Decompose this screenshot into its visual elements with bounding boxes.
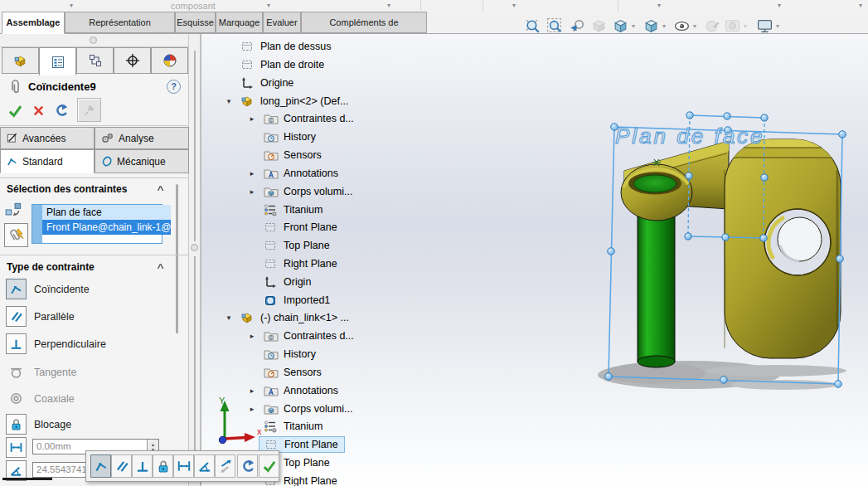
dropdown-icon[interactable]: ▾	[744, 22, 747, 30]
panel-scrollbar[interactable]	[176, 184, 178, 333]
hide-show-items-icon[interactable]: ▾	[673, 15, 696, 36]
perpendicular-icon[interactable]	[6, 333, 27, 354]
appearances-tab[interactable]	[151, 47, 188, 74]
tree-item[interactable]: Sensors	[245, 363, 322, 381]
dropdown-icon[interactable]: ▾	[776, 22, 779, 30]
expand-arrow-icon[interactable]: ▸	[245, 169, 259, 177]
undo-button[interactable]	[51, 100, 71, 120]
selections-group-header[interactable]: Sélection des contraintes	[7, 183, 127, 195]
display-style-icon[interactable]: ▾	[643, 15, 666, 36]
origin-icon	[240, 76, 255, 90]
ribbon-tab-complements[interactable]: Compléments de SOLIDWORKS	[301, 12, 427, 33]
dropdown-icon[interactable]: ▾	[267, 2, 270, 9]
expand-arrow-icon[interactable]: ▾	[222, 97, 235, 105]
dropdown-icon[interactable]: ▾	[662, 22, 666, 30]
dropdown-icon[interactable]: ▾	[387, 2, 390, 9]
tree-item[interactable]: ▸Corps volumi...	[245, 182, 352, 200]
coincident-icon[interactable]	[6, 279, 27, 299]
view-settings-icon[interactable]: ▾	[756, 15, 779, 36]
mate-type-coincident[interactable]: Coïncidente	[6, 279, 90, 299]
mate-type-group-header[interactable]: Type de contrainte	[7, 261, 95, 273]
tree-item[interactable]: ▸Contraintes d...	[245, 327, 354, 344]
distance-button[interactable]	[173, 454, 194, 478]
dropdown-icon[interactable]: ▾	[859, 2, 862, 9]
tree-item[interactable]: Titanium	[245, 201, 322, 218]
features-tab[interactable]	[2, 47, 39, 74]
panel-grip[interactable]	[90, 36, 97, 44]
panel-edge-mark	[2, 478, 52, 480]
perpendicular-button[interactable]	[132, 454, 153, 478]
dropdown-icon[interactable]: ▾	[657, 2, 661, 9]
collapse-chevron-icon[interactable]: ∧	[156, 183, 166, 192]
tree-item[interactable]: Plan de droite	[222, 56, 324, 73]
tree-item[interactable]: ▾(-) chain_link<1> ...	[222, 309, 349, 326]
ok-button[interactable]	[259, 454, 279, 478]
ribbon-tab-esquisse[interactable]: Esquisse	[175, 12, 216, 33]
tree-item[interactable]: Origine	[222, 74, 293, 91]
help-icon[interactable]: ?	[167, 80, 181, 94]
mate-type-lock[interactable]: Blocage	[6, 414, 71, 435]
zoom-to-area-icon[interactable]	[546, 15, 564, 36]
previous-view-icon[interactable]	[569, 15, 586, 36]
tree-item[interactable]: History	[245, 345, 316, 362]
part-icon	[240, 311, 255, 324]
expand-arrow-icon[interactable]: ▾	[222, 313, 235, 322]
ok-button[interactable]	[5, 100, 25, 120]
tree-item[interactable]: Front Plane	[245, 218, 337, 236]
dropdown-icon[interactable]: ▾	[693, 22, 696, 30]
cancel-button[interactable]	[28, 100, 48, 120]
dropdown-icon[interactable]: ▾	[778, 2, 781, 9]
tab-avancees[interactable]: Avancées	[0, 127, 95, 149]
coincident-button[interactable]	[90, 454, 111, 478]
panel-splitter[interactable]	[189, 34, 201, 486]
tree-item[interactable]: ▸Contraintes d...	[245, 109, 354, 127]
plane-icon	[240, 58, 255, 71]
dropdown-icon[interactable]: ▾	[70, 2, 73, 9]
configurations-tab[interactable]	[76, 47, 114, 74]
collapse-chevron-icon[interactable]: ∧	[156, 261, 166, 270]
selection-item[interactable]: Front Plane@chain_link-1@	[42, 220, 171, 235]
apply-scene-icon: ▾	[724, 15, 747, 36]
view-orientation-icon[interactable]: ▾	[612, 15, 635, 36]
ribbon-tab-representation[interactable]: Représentation schématique	[65, 12, 175, 33]
splitter-grip[interactable]	[191, 244, 198, 251]
quick-mate-icon[interactable]	[4, 223, 28, 247]
ribbon-tab-assemblage[interactable]: Assemblage	[2, 12, 65, 34]
zoom-to-fit-icon[interactable]	[524, 15, 541, 36]
tree-item[interactable]: Top Plane	[245, 236, 330, 254]
undo-button[interactable]	[237, 454, 258, 478]
flip-alignment-button[interactable]	[215, 454, 235, 478]
mate-type-parallel[interactable]: Parallèle	[6, 306, 75, 327]
dropdown-icon[interactable]: ▾	[632, 22, 635, 30]
mate-selections-listbox[interactable]: Plan de face Front Plane@chain_link-1@	[32, 204, 162, 244]
mate-type-perpendicular[interactable]: Perpendiculaire	[6, 333, 106, 354]
tab-analyse[interactable]: Analyse	[95, 127, 189, 149]
tree-item[interactable]: Origin	[245, 273, 311, 290]
expand-arrow-icon[interactable]: ▸	[245, 386, 259, 395]
tree-item[interactable]: Sensors	[245, 146, 322, 163]
tree-item[interactable]: ▸Annotations	[245, 164, 338, 182]
lock-icon[interactable]	[6, 414, 27, 435]
lock-button[interactable]	[153, 454, 173, 478]
property-tab[interactable]	[39, 47, 76, 75]
expand-arrow-icon[interactable]: ▸	[245, 114, 259, 123]
tab-standard[interactable]: Standard	[0, 149, 95, 173]
tree-item[interactable]: Plan de dessus	[222, 37, 331, 55]
angle-button[interactable]	[194, 454, 215, 478]
tab-mecanique[interactable]: Mécanique	[95, 149, 189, 173]
dimxpert-tab[interactable]	[114, 47, 151, 74]
distance-icon[interactable]	[6, 437, 27, 458]
parallel-button[interactable]	[111, 454, 132, 478]
tree-item[interactable]: History	[245, 128, 316, 145]
parallel-icon[interactable]	[6, 306, 27, 327]
expand-arrow-icon[interactable]: ▸	[245, 332, 259, 340]
expand-arrow-icon[interactable]: ▸	[245, 187, 259, 196]
selection-item[interactable]: Plan de face	[42, 205, 171, 220]
ribbon-tab-evaluer[interactable]: Evaluer	[263, 12, 301, 33]
tree-item[interactable]: ▾long_pin<2> (Def...	[222, 92, 348, 109]
dropdown-icon[interactable]: ▾	[512, 2, 516, 9]
tree-item[interactable]: Right Plane	[245, 255, 337, 272]
tree-item[interactable]: Imported1	[245, 291, 330, 309]
keep-visible-pin-button[interactable]	[77, 98, 101, 122]
ribbon-tab-marquage[interactable]: Marquage	[216, 12, 263, 33]
